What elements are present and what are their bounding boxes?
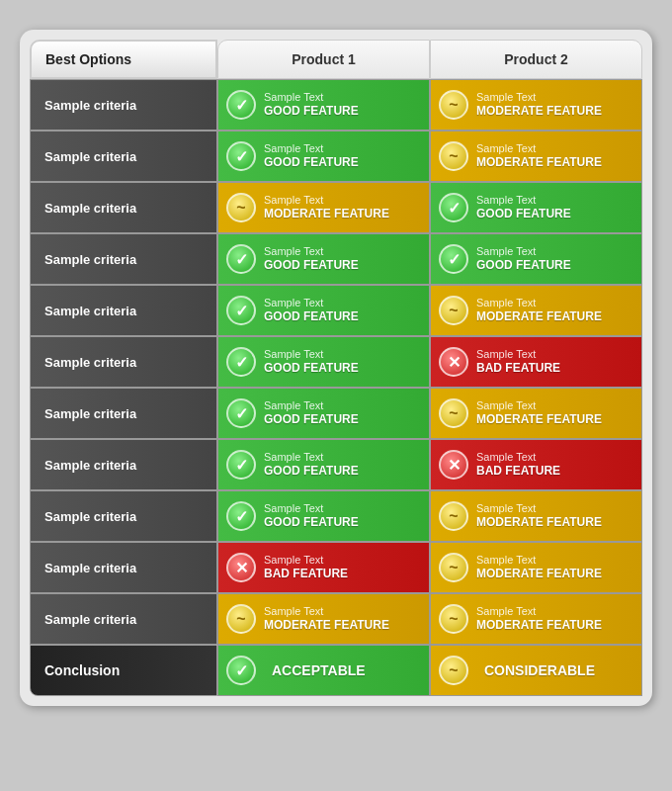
- good-icon: ✓: [226, 244, 256, 274]
- feature-sample-text: Sample Text: [476, 554, 602, 567]
- feature-label: MODERATE FEATURE: [476, 155, 602, 169]
- feature-cell: ✕Sample TextBAD FEATURE: [217, 542, 430, 593]
- feature-cell: ~Sample TextMODERATE FEATURE: [430, 593, 642, 645]
- feature-label: GOOD FEATURE: [264, 155, 359, 169]
- moderate-icon: ~: [439, 90, 468, 120]
- feature-cell: ✓Sample TextGOOD FEATURE: [217, 233, 430, 285]
- table-row: Sample criteria✓Sample TextGOOD FEATURE~…: [30, 79, 642, 131]
- feature-cell: ✓Sample TextGOOD FEATURE: [430, 182, 642, 233]
- conclusion-cell: ~CONSIDERABLE: [430, 645, 642, 696]
- feature-cell: ✕Sample TextBAD FEATURE: [430, 336, 642, 388]
- feature-sample-text: Sample Text: [264, 194, 389, 207]
- feature-label: GOOD FEATURE: [264, 258, 359, 272]
- feature-cell: ✕Sample TextBAD FEATURE: [430, 439, 642, 490]
- criteria-cell: Sample criteria: [30, 285, 217, 336]
- table-row: Sample criteria~Sample TextMODERATE FEAT…: [30, 593, 642, 645]
- moderate-icon: ~: [439, 501, 468, 531]
- table-row: Sample criteria✓Sample TextGOOD FEATURE✓…: [30, 233, 642, 285]
- criteria-cell: Sample criteria: [30, 131, 217, 182]
- table-row: Sample criteria✓Sample TextGOOD FEATURE~…: [30, 131, 642, 182]
- bad-icon: ✕: [226, 553, 256, 582]
- feature-label: GOOD FEATURE: [476, 258, 571, 272]
- feature-label: MODERATE FEATURE: [264, 618, 389, 632]
- feature-cell: ~Sample TextMODERATE FEATURE: [430, 131, 642, 182]
- table-row: Sample criteria✓Sample TextGOOD FEATURE✕…: [30, 336, 642, 388]
- feature-cell: ~Sample TextMODERATE FEATURE: [430, 79, 642, 131]
- comparison-table: Best Options Product 1 Product 2 Sample …: [30, 40, 642, 696]
- good-icon: ✓: [226, 501, 256, 531]
- criteria-cell: Sample criteria: [30, 593, 217, 645]
- criteria-cell: Sample criteria: [30, 490, 217, 542]
- feature-cell: ~Sample TextMODERATE FEATURE: [217, 182, 430, 233]
- moderate-icon: ~: [439, 604, 468, 634]
- feature-cell: ~Sample TextMODERATE FEATURE: [217, 593, 430, 645]
- feature-cell: ~Sample TextMODERATE FEATURE: [430, 490, 642, 542]
- criteria-cell: Sample criteria: [30, 439, 217, 490]
- feature-sample-text: Sample Text: [476, 91, 602, 104]
- feature-sample-text: Sample Text: [264, 605, 389, 618]
- good-icon: ✓: [226, 450, 256, 480]
- criteria-cell: Sample criteria: [30, 336, 217, 388]
- feature-cell: ✓Sample TextGOOD FEATURE: [217, 131, 430, 182]
- header-product2: Product 2: [430, 40, 642, 79]
- moderate-icon: ~: [226, 604, 256, 634]
- feature-label: GOOD FEATURE: [264, 412, 359, 426]
- feature-label: MODERATE FEATURE: [264, 207, 389, 220]
- feature-label: BAD FEATURE: [476, 361, 560, 375]
- header-row: Best Options Product 1 Product 2: [30, 40, 642, 79]
- moderate-icon: ~: [226, 193, 256, 222]
- feature-sample-text: Sample Text: [264, 245, 359, 258]
- table-row: Sample criteria✓Sample TextGOOD FEATURE~…: [30, 285, 642, 336]
- feature-label: GOOD FEATURE: [264, 309, 359, 323]
- feature-cell: ✓Sample TextGOOD FEATURE: [217, 388, 430, 439]
- criteria-cell: Sample criteria: [30, 182, 217, 233]
- feature-label: MODERATE FEATURE: [476, 618, 602, 632]
- criteria-cell: Sample criteria: [30, 388, 217, 439]
- table-row: Sample criteria✓Sample TextGOOD FEATURE✕…: [30, 439, 642, 490]
- good-icon: ✓: [226, 141, 256, 171]
- feature-sample-text: Sample Text: [264, 91, 359, 104]
- feature-label: MODERATE FEATURE: [476, 412, 602, 426]
- feature-sample-text: Sample Text: [476, 502, 602, 515]
- feature-sample-text: Sample Text: [476, 297, 602, 309]
- good-icon: ✓: [226, 656, 256, 685]
- feature-sample-text: Sample Text: [264, 297, 359, 309]
- table-row: Sample criteria✓Sample TextGOOD FEATURE~…: [30, 490, 642, 542]
- feature-cell: ✓Sample TextGOOD FEATURE: [217, 490, 430, 542]
- feature-label: GOOD FEATURE: [264, 515, 359, 529]
- feature-cell: ✓Sample TextGOOD FEATURE: [217, 439, 430, 490]
- feature-sample-text: Sample Text: [264, 502, 359, 515]
- feature-sample-text: Sample Text: [476, 194, 571, 207]
- good-icon: ✓: [226, 90, 256, 120]
- table-row: Sample criteria✓Sample TextGOOD FEATURE~…: [30, 388, 642, 439]
- feature-label: GOOD FEATURE: [476, 207, 571, 220]
- header-best-options: Best Options: [30, 40, 217, 79]
- feature-sample-text: Sample Text: [476, 348, 560, 361]
- bad-icon: ✕: [439, 450, 468, 480]
- table-row: Sample criteria~Sample TextMODERATE FEAT…: [30, 182, 642, 233]
- good-icon: ✓: [439, 193, 468, 222]
- criteria-cell: Sample criteria: [30, 542, 217, 593]
- conclusion-value: CONSIDERABLE: [484, 662, 595, 678]
- feature-label: MODERATE FEATURE: [476, 104, 602, 118]
- comparison-table-wrapper: Best Options Product 1 Product 2 Sample …: [20, 30, 652, 706]
- moderate-icon: ~: [439, 553, 468, 582]
- moderate-icon: ~: [439, 398, 468, 428]
- feature-sample-text: Sample Text: [476, 245, 571, 258]
- conclusion-label-cell: Conclusion: [30, 645, 217, 696]
- feature-sample-text: Sample Text: [264, 348, 359, 361]
- header-product1: Product 1: [217, 40, 430, 79]
- feature-label: MODERATE FEATURE: [476, 515, 602, 529]
- feature-cell: ~Sample TextMODERATE FEATURE: [430, 542, 642, 593]
- feature-cell: ~Sample TextMODERATE FEATURE: [430, 285, 642, 336]
- moderate-icon: ~: [439, 656, 468, 685]
- good-icon: ✓: [226, 296, 256, 325]
- bad-icon: ✕: [439, 347, 468, 377]
- feature-label: GOOD FEATURE: [264, 104, 359, 118]
- moderate-icon: ~: [439, 296, 468, 325]
- good-icon: ✓: [439, 244, 468, 274]
- feature-label: GOOD FEATURE: [264, 361, 359, 375]
- feature-sample-text: Sample Text: [264, 554, 348, 567]
- feature-sample-text: Sample Text: [264, 451, 359, 464]
- feature-label: MODERATE FEATURE: [476, 567, 602, 580]
